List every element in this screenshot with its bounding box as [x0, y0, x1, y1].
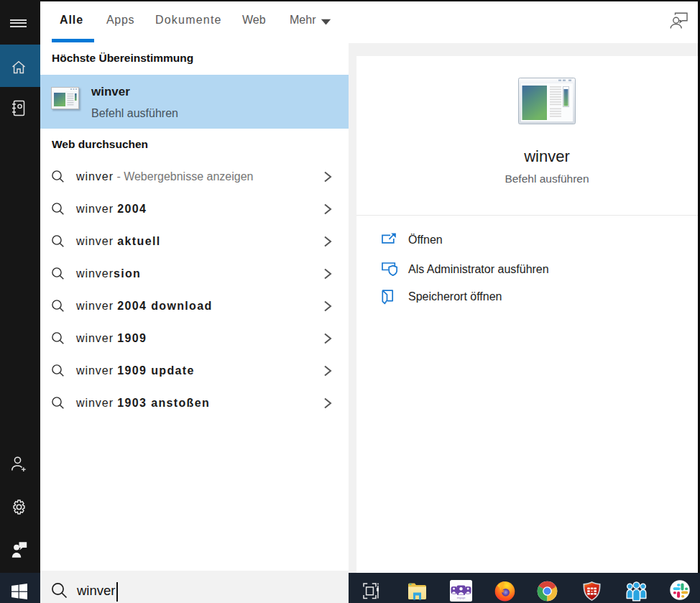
- svg-text:engage: engage: [457, 597, 466, 599]
